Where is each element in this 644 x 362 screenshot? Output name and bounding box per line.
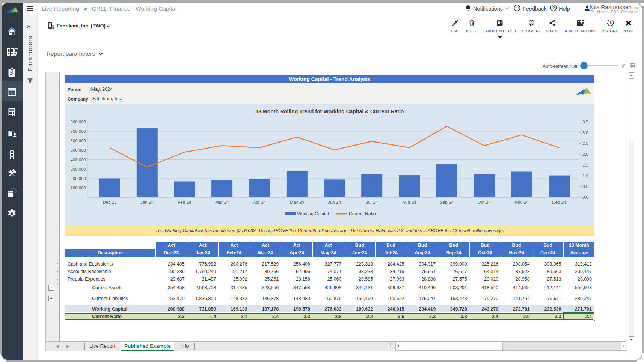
svg-text:Working Capital: Working Capital xyxy=(297,211,329,216)
svg-text:0.0: 0.0 xyxy=(582,195,588,200)
svg-text:Dec-24: Dec-24 xyxy=(552,200,566,204)
svg-text:Dec-23: Dec-23 xyxy=(103,200,116,204)
svg-text:Current Ratio: Current Ratio xyxy=(349,211,376,216)
svg-text:Sep-24: Sep-24 xyxy=(440,200,454,204)
svg-text:1.0: 1.0 xyxy=(582,174,588,178)
svg-text:1.5: 1.5 xyxy=(582,163,588,167)
svg-text:Feb-24: Feb-24 xyxy=(178,200,192,204)
svg-text:3.0: 3.0 xyxy=(582,131,588,135)
svg-text:400,000: 400,000 xyxy=(70,158,86,162)
svg-text:600,000: 600,000 xyxy=(70,138,86,143)
svg-text:Jan-24: Jan-24 xyxy=(140,200,154,204)
svg-text:Apr-24: Apr-24 xyxy=(253,200,266,204)
svg-text:700,000: 700,000 xyxy=(70,129,86,134)
svg-text:200,000: 200,000 xyxy=(70,176,86,181)
svg-text:3.5: 3.5 xyxy=(582,120,588,124)
svg-text:2.0: 2.0 xyxy=(582,152,588,156)
svg-text:13 Month Rolling Trend for Wor: 13 Month Rolling Trend for Working Capit… xyxy=(256,108,404,114)
svg-text:500,000: 500,000 xyxy=(70,148,86,152)
svg-text:0.5: 0.5 xyxy=(582,184,588,189)
svg-text:2.5: 2.5 xyxy=(582,141,588,146)
svg-text:?: ? xyxy=(552,6,555,10)
svg-text:800,000: 800,000 xyxy=(70,120,86,124)
svg-text:Jul-24: Jul-24 xyxy=(366,200,378,204)
svg-text:May-24: May-24 xyxy=(290,200,305,204)
svg-text:Mar-24: Mar-24 xyxy=(215,200,229,204)
svg-text:300,000: 300,000 xyxy=(70,167,86,171)
svg-text:Aug-24: Aug-24 xyxy=(402,200,416,204)
svg-text:Jun-24: Jun-24 xyxy=(328,200,341,204)
svg-text:Oct-24: Oct-24 xyxy=(478,200,491,204)
svg-text:Nov-24: Nov-24 xyxy=(515,200,529,204)
svg-text:100,000: 100,000 xyxy=(70,186,86,190)
svg-text:-: - xyxy=(84,195,86,200)
